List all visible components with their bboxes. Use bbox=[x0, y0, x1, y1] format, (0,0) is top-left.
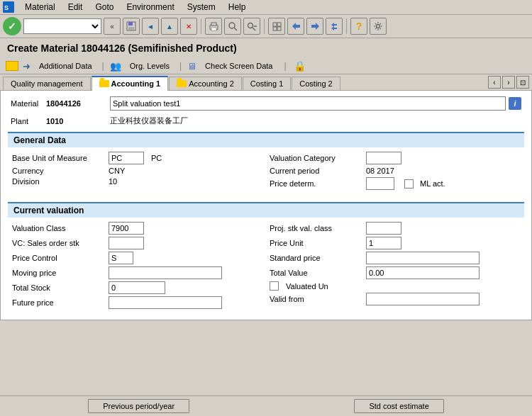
find-button[interactable] bbox=[224, 18, 241, 35]
org-levels-button[interactable]: Org. Levels bbox=[126, 60, 174, 72]
save-button[interactable] bbox=[123, 18, 140, 35]
proj-stk-input[interactable] bbox=[366, 222, 401, 235]
tab-expand-button[interactable]: ⊡ bbox=[516, 76, 529, 89]
menu-material[interactable]: Material bbox=[23, 1, 57, 13]
toolbar-sep-3 bbox=[346, 18, 347, 34]
tab-accounting-2[interactable]: Accounting 2 bbox=[169, 77, 242, 90]
current-period-label: Current period bbox=[270, 167, 362, 175]
menu-environment[interactable]: Environment bbox=[124, 1, 176, 13]
svg-line-9 bbox=[234, 28, 237, 30]
material-description-input[interactable] bbox=[110, 96, 506, 111]
current-period-value: 08 2017 bbox=[366, 167, 394, 175]
menu-help[interactable]: Help bbox=[226, 1, 248, 13]
tab-costing-2[interactable]: Costing 2 bbox=[292, 77, 340, 90]
section-gap-1 bbox=[8, 196, 524, 202]
tab-next-button[interactable]: › bbox=[502, 76, 515, 89]
valuation-class-input[interactable] bbox=[109, 222, 144, 235]
currency-row: Currency CNY bbox=[12, 167, 262, 175]
moving-price-input[interactable] bbox=[109, 266, 222, 279]
previous-period-button[interactable]: Previous period/year bbox=[88, 399, 189, 413]
svg-marker-20 bbox=[331, 26, 337, 30]
info-icon[interactable]: i bbox=[509, 97, 521, 110]
price-determ-input[interactable] bbox=[366, 177, 394, 190]
vc-sales-row: VC: Sales order stk bbox=[12, 237, 262, 249]
total-value-row: Total Value bbox=[270, 266, 520, 279]
valuated-un-checkbox[interactable] bbox=[270, 281, 279, 291]
back-button[interactable]: ◄ bbox=[142, 18, 159, 35]
price-unit-input[interactable] bbox=[366, 237, 401, 249]
help-button[interactable]: ? bbox=[350, 18, 367, 35]
tab-costing-1[interactable]: Costing 1 bbox=[243, 77, 291, 90]
price-control-input[interactable] bbox=[109, 252, 133, 264]
valid-from-label: Valid from bbox=[270, 295, 362, 303]
general-left-col: Base Unit of Measure PC Currency CNY Div… bbox=[12, 152, 262, 192]
toolbar: ✓ « ◄ ▲ ✕ bbox=[0, 15, 532, 38]
arrow-right-icon: ➜ bbox=[23, 61, 31, 72]
up-button[interactable]: ▲ bbox=[161, 18, 178, 35]
moving-price-label: Moving price bbox=[12, 269, 104, 277]
svg-rect-3 bbox=[128, 22, 133, 26]
future-price-row: Future price bbox=[12, 296, 262, 309]
svg-rect-14 bbox=[277, 23, 281, 26]
menu-edit[interactable]: Edit bbox=[66, 1, 85, 13]
total-stock-input[interactable] bbox=[109, 281, 165, 294]
check-screen-icon: 🖥 bbox=[187, 61, 196, 72]
menu-goto[interactable]: Goto bbox=[93, 1, 116, 13]
find-next-button[interactable] bbox=[243, 18, 260, 35]
ml-act-checkbox[interactable] bbox=[404, 179, 414, 189]
nav-btn-1[interactable] bbox=[268, 18, 285, 35]
total-value-input[interactable] bbox=[366, 266, 480, 279]
vc-sales-input[interactable] bbox=[109, 237, 144, 249]
svg-line-11 bbox=[253, 28, 255, 30]
menu-system[interactable]: System bbox=[185, 1, 218, 13]
svg-rect-15 bbox=[273, 27, 277, 30]
material-icon bbox=[6, 61, 18, 71]
division-value: 10 bbox=[109, 177, 117, 186]
valuation-category-input[interactable] bbox=[366, 152, 401, 164]
svg-rect-7 bbox=[211, 28, 216, 30]
command-dropdown[interactable] bbox=[23, 18, 101, 34]
menu-bar: S Material Edit Goto Environment System … bbox=[0, 0, 532, 15]
price-determ-row: Price determ. ML act. bbox=[270, 177, 520, 190]
valuation-category-label: Valuation Category bbox=[270, 154, 362, 162]
bottom-bar: Previous period/year Std cost estimate bbox=[0, 395, 532, 416]
toolbar-sep-1 bbox=[201, 18, 201, 34]
valid-from-row: Valid from bbox=[270, 293, 520, 305]
svg-point-10 bbox=[248, 23, 253, 28]
check-screen-button[interactable]: Check Screen Data bbox=[201, 60, 277, 72]
std-cost-estimate-button[interactable]: Std cost estimate bbox=[354, 399, 443, 413]
base-unit-label: Base Unit of Measure bbox=[12, 154, 104, 162]
first-nav-button[interactable]: « bbox=[104, 18, 121, 35]
valuation-left-col: Valuation Class VC: Sales order stk Pric… bbox=[12, 222, 262, 311]
action-bar: ➜ Additional Data | 👥 Org. Levels | 🖥 Ch… bbox=[0, 58, 532, 74]
additional-data-button[interactable]: Additional Data bbox=[35, 60, 96, 72]
lock-icon: 🔒 bbox=[294, 60, 306, 72]
settings-button[interactable] bbox=[370, 18, 387, 35]
svg-point-21 bbox=[377, 25, 380, 28]
future-price-input[interactable] bbox=[109, 296, 222, 309]
plant-label: Plant bbox=[11, 117, 46, 125]
vc-sales-label: VC: Sales order stk bbox=[12, 239, 104, 247]
nav-btn-4[interactable] bbox=[326, 18, 343, 35]
cancel-button[interactable]: ✕ bbox=[180, 18, 197, 35]
material-label: Material bbox=[11, 99, 46, 108]
current-valuation-header: Current valuation bbox=[8, 202, 524, 218]
svg-rect-16 bbox=[277, 27, 281, 30]
future-price-label: Future price bbox=[12, 298, 104, 307]
print-button[interactable] bbox=[205, 18, 222, 35]
nav-btn-3[interactable] bbox=[306, 18, 323, 35]
tab-accounting-1[interactable]: Accounting 1 bbox=[92, 76, 169, 90]
proj-stk-row: Proj. stk val. class bbox=[270, 222, 520, 235]
plant-value: 1010 bbox=[46, 117, 96, 125]
folder-icon bbox=[99, 80, 109, 87]
confirm-button[interactable]: ✓ bbox=[3, 17, 21, 35]
nav-btn-2[interactable] bbox=[287, 18, 304, 35]
valuation-class-row: Valuation Class bbox=[12, 222, 262, 235]
base-unit-text: PC bbox=[151, 154, 162, 162]
tab-quality-management[interactable]: Quality management bbox=[3, 77, 91, 90]
tab-prev-button[interactable]: ‹ bbox=[488, 76, 501, 89]
valuation-category-row: Valuation Category bbox=[270, 152, 520, 164]
base-unit-input[interactable] bbox=[109, 152, 144, 164]
standard-price-input[interactable] bbox=[366, 252, 480, 264]
valid-from-input[interactable] bbox=[366, 293, 480, 305]
